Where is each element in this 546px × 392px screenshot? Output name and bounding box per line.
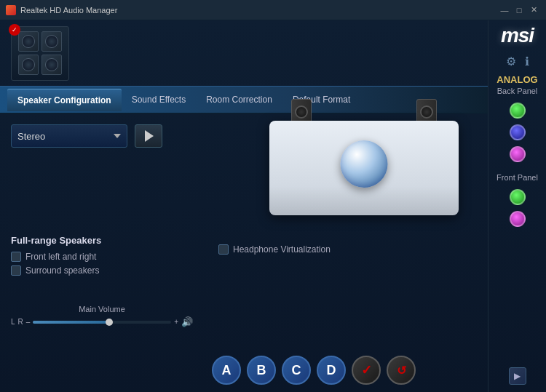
front-lr-checkbox[interactable] — [11, 252, 21, 262]
volume-plus: + — [174, 318, 178, 326]
back-panel-label: Back Panel — [497, 87, 538, 95]
front-lr-label: Front left and right — [25, 252, 96, 262]
dropdown-row: Stereo — [11, 124, 193, 148]
tab-sound-effects[interactable]: Sound Effects — [122, 89, 197, 111]
button-c[interactable]: C — [282, 356, 311, 385]
titlebar-controls: — □ ✕ — [498, 5, 540, 15]
sidebar-expand-button[interactable]: ▶ — [509, 367, 526, 385]
right-panel: Headphone Virtualization — [204, 113, 488, 392]
left-content: ✓ Speaker Configuration Sound Effects Ro… — [0, 20, 488, 392]
port-back-pink[interactable] — [510, 146, 526, 162]
button-b[interactable]: B — [247, 356, 276, 385]
fullrange-title: Full-range Speakers — [11, 235, 193, 246]
volume-right-label: R — [18, 318, 23, 326]
tab-speaker-configuration[interactable]: Speaker Configuration — [7, 89, 122, 111]
speaker-unit-tr — [41, 31, 62, 52]
front-panel-ports — [488, 189, 546, 227]
front-lr-checkbox-row: Front left and right — [11, 252, 193, 262]
button-d[interactable]: D — [317, 356, 346, 385]
volume-controls: L R – + 🔊 — [11, 316, 193, 327]
settings-icon[interactable]: ⚙ — [506, 55, 516, 68]
speaker-icon-area: ✓ — [0, 20, 488, 86]
volume-title: Main Volume — [11, 305, 193, 313]
sphere-decoration — [341, 140, 388, 188]
main-container: ✓ Speaker Configuration Sound Effects Ro… — [0, 20, 546, 392]
button-refresh[interactable]: ↺ — [387, 356, 416, 385]
speaker-icon-box[interactable]: ✓ — [11, 26, 69, 81]
msi-logo: msi — [501, 24, 534, 47]
volume-fill — [33, 321, 108, 324]
port-back-blue[interactable] — [510, 124, 526, 140]
surround-label: Surround speakers — [25, 265, 99, 276]
front-panel-label: Front Panel — [496, 173, 538, 182]
maximize-button[interactable]: □ — [513, 5, 526, 15]
headphone-virt-checkbox[interactable] — [218, 244, 229, 255]
play-triangle-icon — [145, 130, 154, 142]
titlebar-title: Realtek HD Audio Manager — [20, 6, 117, 15]
bottom-bar: A B C D ✓ ↺ — [212, 356, 416, 385]
back-panel-ports — [488, 103, 546, 162]
volume-section: Main Volume L R – + 🔊 — [11, 305, 193, 327]
port-back-green[interactable] — [510, 103, 526, 119]
app-icon — [6, 5, 16, 15]
speaker-unit-bl — [18, 55, 39, 75]
surround-checkbox-row: Surround speakers — [11, 265, 193, 276]
sidebar-bottom: ▶ — [509, 367, 526, 385]
volume-minus: – — [26, 318, 31, 326]
right-sidebar: msi ⚙ ℹ ANALOG Back Panel Front Panel ▶ — [488, 20, 546, 392]
content-wrapper: Stereo Full-range Speakers Front left an… — [0, 113, 488, 392]
button-check[interactable]: ✓ — [352, 356, 381, 385]
dropdown-arrow-icon — [114, 134, 121, 138]
speaker-grid — [14, 27, 66, 79]
left-panel: Stereo Full-range Speakers Front left an… — [0, 113, 204, 392]
titlebar: Realtek HD Audio Manager — □ ✕ — [0, 0, 546, 20]
headphone-virt-row: Headphone Virtualization — [218, 244, 480, 255]
titlebar-left: Realtek HD Audio Manager — [6, 5, 117, 15]
minimize-button[interactable]: — — [498, 5, 511, 15]
volume-speaker-icon: 🔊 — [181, 316, 193, 327]
surround-checkbox[interactable] — [11, 265, 21, 276]
sidebar-icons-row: ⚙ ℹ — [506, 55, 529, 68]
play-button[interactable] — [135, 124, 162, 148]
speaker-diagram — [248, 92, 480, 237]
button-a[interactable]: A — [212, 356, 241, 385]
fullrange-section: Full-range Speakers Front left and right… — [11, 235, 193, 276]
port-front-pink[interactable] — [510, 211, 526, 227]
stage-platform — [269, 121, 459, 215]
speaker-mode-dropdown[interactable]: Stereo — [11, 124, 127, 148]
volume-track[interactable] — [33, 321, 171, 324]
speaker-unit-tl — [18, 31, 39, 52]
speaker-left-woofer — [295, 105, 308, 119]
dropdown-selected-value: Stereo — [17, 131, 45, 142]
close-button[interactable]: ✕ — [527, 5, 540, 15]
checkmark-badge: ✓ — [9, 24, 20, 36]
analog-label: ANALOG — [496, 74, 537, 85]
info-icon[interactable]: ℹ — [525, 55, 529, 68]
volume-thumb[interactable] — [106, 319, 113, 326]
headphone-virt-label: Headphone Virtualization — [233, 244, 331, 255]
speaker-right-woofer — [420, 105, 433, 119]
speaker-unit-br — [41, 55, 62, 75]
port-front-green[interactable] — [510, 189, 526, 205]
volume-left-label: L — [11, 318, 15, 326]
